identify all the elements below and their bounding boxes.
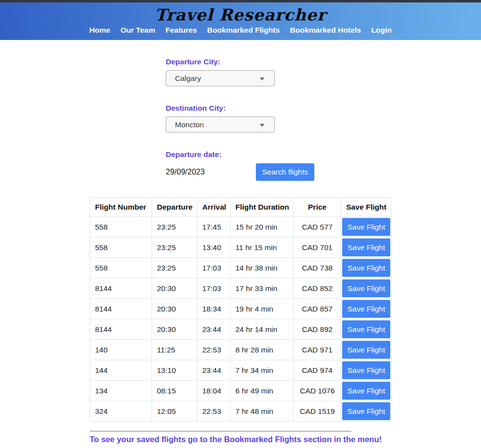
- departure-date-field: Departure date: 29/09/2023 Search flight…: [166, 150, 391, 181]
- nav-link[interactable]: Bookmarked Flights: [207, 25, 280, 35]
- flight-number-cell: 8144: [90, 278, 152, 299]
- save-flight-cell: Save Flight: [341, 340, 392, 360]
- chevron-down-icon: [260, 124, 265, 127]
- departure-date-value: 29/09/2023: [166, 168, 256, 176]
- duration-cell: 17 hr 33 min: [231, 278, 294, 299]
- departure-date-label: Departure date:: [166, 150, 391, 159]
- flights-table: Flight NumberDepartureArrivalFlight Dura…: [90, 197, 392, 422]
- duration-cell: 8 hr 28 min: [231, 340, 294, 360]
- save-flight-button[interactable]: Save Flight: [342, 300, 390, 318]
- flight-number-cell: 558: [90, 258, 152, 278]
- save-flight-button[interactable]: Save Flight: [342, 402, 390, 420]
- footer-note: To see your saved flights go to the Book…: [90, 434, 391, 445]
- nav-link[interactable]: Our Team: [120, 25, 155, 35]
- price-cell: CAD 577: [294, 217, 341, 237]
- date-row: 29/09/2023 Search flights: [166, 163, 391, 181]
- save-flight-button[interactable]: Save Flight: [342, 382, 390, 400]
- flight-number-cell: 144: [90, 360, 152, 381]
- table-row: 8144 20:30 23:44 24 hr 14 min CAD 892 Sa…: [90, 319, 392, 340]
- departure-city-field: Departure City: Calgary: [166, 57, 391, 86]
- save-flight-cell: Save Flight: [341, 258, 392, 278]
- arrival-cell: 17:45: [197, 217, 231, 237]
- main-content: Departure City: Calgary Destination City…: [90, 57, 391, 447]
- price-cell: CAD 1076: [294, 381, 341, 401]
- save-flight-button[interactable]: Save Flight: [342, 361, 390, 379]
- departure-cell: 20:30: [152, 299, 197, 319]
- departure-cell: 20:30: [152, 319, 197, 340]
- departure-cell: 11:25: [152, 340, 197, 360]
- table-row: 140 11:25 22:53 8 hr 28 min CAD 971 Save…: [90, 340, 392, 360]
- table-row: 8144 20:30 18:34 19 hr 4 min CAD 857 Sav…: [90, 299, 392, 319]
- site-header: Travel Researcher HomeOur TeamFeaturesBo…: [0, 2, 481, 40]
- nav-link[interactable]: Features: [165, 25, 197, 35]
- duration-cell: 14 hr 38 min: [231, 258, 294, 278]
- duration-cell: 24 hr 14 min: [231, 319, 294, 340]
- destination-city-value: Moncton: [175, 120, 204, 129]
- departure-cell: 08:15: [152, 381, 197, 401]
- flight-search-form: Departure City: Calgary Destination City…: [166, 57, 391, 181]
- save-flight-cell: Save Flight: [341, 299, 392, 319]
- nav-link[interactable]: Bookmarked Hotels: [290, 25, 361, 35]
- duration-cell: 19 hr 4 min: [231, 299, 294, 319]
- arrival-cell: 18:34: [197, 299, 231, 319]
- main-nav: HomeOur TeamFeaturesBookmarked FlightsBo…: [0, 25, 481, 35]
- departure-city-select[interactable]: Calgary: [166, 70, 275, 86]
- arrival-cell: 23:44: [197, 360, 231, 381]
- duration-cell: 15 hr 20 min: [231, 217, 294, 237]
- price-cell: CAD 971: [294, 340, 341, 360]
- save-flight-button[interactable]: Save Flight: [342, 218, 390, 236]
- price-cell: CAD 701: [294, 237, 341, 258]
- departure-cell: 23:25: [152, 217, 197, 237]
- destination-city-label: Destination City:: [166, 103, 391, 113]
- table-row: 134 08:15 18:04 6 hr 49 min CAD 1076 Sav…: [90, 381, 392, 401]
- price-cell: CAD 1519: [294, 401, 341, 422]
- save-flight-button[interactable]: Save Flight: [342, 320, 390, 338]
- arrival-cell: 22:53: [197, 340, 231, 360]
- save-flight-cell: Save Flight: [341, 319, 392, 340]
- save-flight-cell: Save Flight: [341, 278, 392, 299]
- departure-cell: 13:10: [152, 360, 197, 381]
- table-row: 558 23:25 13:40 11 hr 15 min CAD 701 Sav…: [90, 237, 392, 258]
- arrival-cell: 18:04: [197, 381, 231, 401]
- arrival-cell: 17:03: [197, 278, 231, 299]
- price-cell: CAD 892: [294, 319, 341, 340]
- save-flight-button[interactable]: Save Flight: [342, 279, 390, 297]
- duration-cell: 6 hr 49 min: [231, 381, 294, 401]
- price-cell: CAD 738: [294, 258, 341, 278]
- flight-number-cell: 134: [90, 381, 152, 401]
- table-row: 8144 20:30 17:03 17 hr 33 min CAD 852 Sa…: [90, 278, 392, 299]
- nav-link[interactable]: Home: [89, 25, 110, 35]
- price-cell: CAD 974: [294, 360, 341, 381]
- departure-city-label: Departure City:: [166, 57, 391, 67]
- column-header: Save Flight: [341, 198, 392, 217]
- departure-cell: 20:30: [152, 278, 197, 299]
- chevron-down-icon: [260, 78, 265, 80]
- save-flight-button[interactable]: Save Flight: [342, 259, 390, 277]
- column-header: Price: [294, 198, 341, 217]
- app-title: Travel Researcher: [0, 5, 481, 25]
- table-row: 558 23:25 17:45 15 hr 20 min CAD 577 Sav…: [90, 217, 392, 237]
- departure-cell: 12:05: [152, 401, 197, 422]
- column-header: Arrival: [197, 198, 231, 217]
- flight-number-cell: 558: [90, 237, 152, 258]
- save-flight-cell: Save Flight: [341, 360, 392, 381]
- duration-cell: 7 hr 34 min: [231, 360, 294, 381]
- departure-cell: 23:25: [152, 258, 197, 278]
- search-flights-button[interactable]: Search flights: [256, 163, 314, 181]
- save-flight-cell: Save Flight: [341, 217, 392, 237]
- destination-city-select[interactable]: Moncton: [166, 117, 275, 133]
- flight-number-cell: 8144: [90, 319, 152, 340]
- save-flight-button[interactable]: Save Flight: [342, 341, 390, 359]
- divider: [90, 431, 351, 431]
- column-header: Flight Duration: [231, 198, 294, 217]
- column-header: Flight Number: [90, 198, 152, 217]
- nav-link[interactable]: Login: [371, 25, 392, 35]
- table-row: 324 12:05 22:53 7 hr 48 min CAD 1519 Sav…: [90, 401, 392, 422]
- arrival-cell: 17:03: [197, 258, 231, 278]
- duration-cell: 11 hr 15 min: [231, 237, 294, 258]
- price-cell: CAD 852: [294, 278, 341, 299]
- price-cell: CAD 857: [294, 299, 341, 319]
- arrival-cell: 22:53: [197, 401, 231, 422]
- save-flight-button[interactable]: Save Flight: [342, 238, 390, 256]
- duration-cell: 7 hr 48 min: [231, 401, 294, 422]
